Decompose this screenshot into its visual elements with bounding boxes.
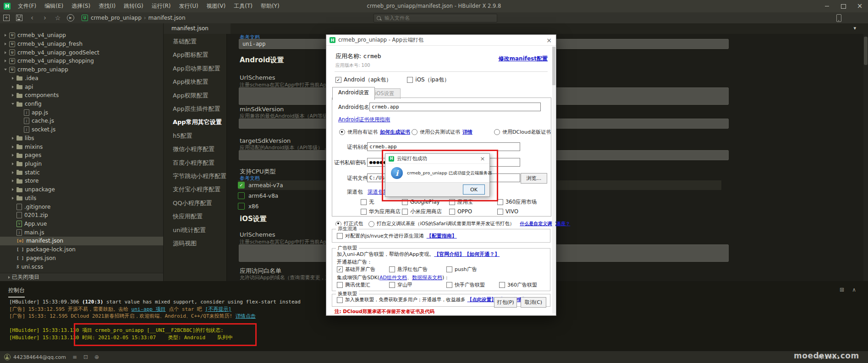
manifest-nav-11[interactable]: 支付宝小程序配置 <box>173 183 225 196</box>
channel-checkbox-OPPO[interactable]: OPPO <box>449 208 472 215</box>
dialog-close-icon[interactable]: × <box>542 35 556 45</box>
channel-checkbox-VIVO[interactable]: VIVO <box>497 208 518 215</box>
window-icon[interactable]: ⊡ <box>83 354 88 360</box>
package-name-input[interactable] <box>369 103 541 111</box>
cpu-checkbox-arm64-v8a[interactable]: arm64-v8a <box>238 192 278 199</box>
tree-item-static[interactable]: static <box>0 168 163 177</box>
tree-item-crmeb_v4_uniapp_goodSelect[interactable]: Ucrmeb_v4_uniapp_goodSelect <box>0 48 163 57</box>
menu-item-3[interactable]: 查找(I) <box>94 1 120 11</box>
manifest-nav-14[interactable]: uni统计配置 <box>173 223 225 237</box>
manifest-nav-3[interactable]: App模块配置 <box>173 75 225 88</box>
tree-item-api[interactable]: api <box>0 82 163 91</box>
tree-item-store[interactable]: store <box>0 177 163 185</box>
manifest-nav-12[interactable]: QQ小程序配置 <box>173 196 225 210</box>
manifest-nav-0[interactable]: 基础配置 <box>173 35 225 48</box>
channel-checkbox-华为应用商店[interactable]: 华为应用商店 <box>361 208 401 215</box>
ad-checkbox-push广告[interactable]: push广告 <box>446 266 477 273</box>
tree-item-crmeb_v4_uniapp[interactable]: Ucrmeb_v4_uniapp <box>0 31 163 40</box>
manifest-nav-7[interactable]: h5配置 <box>173 129 225 142</box>
close-button[interactable]: × <box>852 0 868 12</box>
tree-item-components[interactable]: components <box>0 91 163 100</box>
tree-item-pages.json[interactable]: [ ]pages.json <box>0 254 163 262</box>
ad-checkbox-360广告联盟[interactable]: 360广告联盟 <box>499 282 537 288</box>
tree-item-0201.zip[interactable]: 0201.zip <box>0 211 163 220</box>
search-input[interactable] <box>384 15 477 22</box>
tree-item-main.js[interactable]: Jmain.js <box>0 228 163 237</box>
manifest-nav-15[interactable]: 源码视图 <box>173 237 225 250</box>
channel-checkbox-GooglePlay[interactable]: GooglePlay <box>402 199 440 205</box>
manifest-nav-10[interactable]: 字节跳动小程序配置 <box>173 169 225 183</box>
closed-projects-row[interactable]: 已关闭项目 <box>0 273 163 281</box>
console-link[interactable]: 详情点击 <box>236 313 256 319</box>
console-link[interactable]: uni-app 项目 <box>132 306 166 312</box>
channel-checkbox-360应用市场[interactable]: 360应用市场 <box>497 199 537 206</box>
manifest-nav-1[interactable]: App图标配置 <box>173 48 225 61</box>
tab-list-caret-icon[interactable]: ▾ <box>853 25 856 31</box>
exchange-union-checkbox[interactable]: 加入换量联盟，免费获取更多用户；开通越早，收益越多 <box>337 297 466 303</box>
scrollbar-thumb[interactable] <box>552 47 555 85</box>
cert-guide-link[interactable]: Android证书使用指南 <box>338 116 390 123</box>
scrollbar-thumb[interactable] <box>864 37 868 65</box>
editor-scrollbar[interactable] <box>863 34 868 281</box>
ad-checkbox-悬浮红包广告[interactable]: 悬浮红包广告 <box>389 266 428 273</box>
ad-checkbox-腾讯优量汇[interactable]: 腾讯优量汇 <box>337 282 370 288</box>
ad-report-doc-link[interactable]: 数据报表文档 <box>412 275 442 281</box>
obfuscation-checkbox[interactable]: 对配置的js/nvue文件进行原生混淆 <box>337 233 424 239</box>
tree-item-package-lock.json[interactable]: [ ]package-lock.json <box>0 245 163 254</box>
tree-item-unpackage[interactable]: unpackage <box>0 185 163 194</box>
menu-item-0[interactable]: 文件(F) <box>14 1 40 11</box>
tab-android-settings[interactable]: Android设置 <box>332 87 375 100</box>
tree-item-uni.scss[interactable]: Suni.scss <box>0 262 163 271</box>
ad-checkbox-基础开屏广告[interactable]: 基础开屏广告 <box>337 266 375 273</box>
edit-manifest-link[interactable]: 修改manifest配置 <box>499 55 548 63</box>
back-button[interactable]: ‹ <box>26 13 38 23</box>
forward-button[interactable]: › <box>38 13 51 23</box>
manifest-nav-5[interactable]: App原生插件配置 <box>173 102 225 115</box>
ad-checkbox-穿山甲[interactable]: 穿山甲 <box>389 282 412 288</box>
tree-item-app.js[interactable]: Japp.js <box>0 108 163 117</box>
menu-item-2[interactable]: 选择(S) <box>67 1 94 11</box>
menu-item-6[interactable]: 发行(U) <box>175 1 202 11</box>
channel-checkbox-应用宝[interactable]: 应用宝 <box>449 199 473 206</box>
ad-site-link[interactable]: 【官网介绍】 <box>434 251 464 257</box>
run-button[interactable]: ▶ <box>64 13 77 23</box>
file-search-box[interactable] <box>374 14 497 22</box>
cert-alias-input[interactable] <box>367 142 520 151</box>
cert-radio-2[interactable]: 使用DCloud老版证书 <box>494 129 551 135</box>
tree-item-pages[interactable]: pages <box>0 151 163 160</box>
ad-component-doc-link[interactable]: AD组件文档 <box>379 275 407 281</box>
manifest-nav-9[interactable]: 百度小程序配置 <box>173 156 225 169</box>
custom-base-link[interactable]: 什么是自定义调试基座？ <box>520 221 570 227</box>
cancel-button[interactable]: 取消(C) <box>521 297 546 308</box>
tree-item-.idea[interactable]: .idea <box>0 74 163 83</box>
globe-icon[interactable]: ⊕ <box>94 354 99 360</box>
tree-item-crmeb_pro_uniapp[interactable]: Ucrmeb_pro_uniapp <box>0 65 163 74</box>
minimize-button[interactable] <box>819 0 835 12</box>
dialog-scrollbar[interactable] <box>552 47 555 314</box>
tree-item-config[interactable]: config <box>0 100 163 108</box>
save-button[interactable] <box>13 13 26 23</box>
cert-radio-1[interactable]: 使用公共测试证书 <box>412 129 460 135</box>
cpu-checkbox-armeabi-v7a[interactable]: armeabi-v7a <box>238 182 283 189</box>
open-log-icon[interactable]: ⊞ <box>840 287 844 293</box>
tree-item-App.vue[interactable]: VApp.vue <box>0 220 163 228</box>
menu-item-9[interactable]: 帮助(Y) <box>257 1 284 11</box>
device-preview-icon[interactable] <box>836 14 841 22</box>
ok-button[interactable]: OK <box>463 184 485 195</box>
tab-manifest-json[interactable]: manifest.json <box>164 23 231 34</box>
breadcrumb-file[interactable]: manifest.json <box>148 15 186 21</box>
platform-checkbox-0[interactable]: Android（apk包） <box>335 76 391 84</box>
manifest-nav-2[interactable]: App启动界面配置 <box>173 62 225 75</box>
manifest-nav-8[interactable]: 微信小程序配置 <box>173 142 225 156</box>
tree-item-libs[interactable]: libs <box>0 134 163 143</box>
platform-checkbox-1[interactable]: iOS（ipa包） <box>407 76 450 84</box>
collapse-console-icon[interactable]: ∧ <box>852 287 856 293</box>
tree-item-.gitignore[interactable]: .gitignore <box>0 202 163 211</box>
package-button[interactable]: 打包(P) <box>494 297 517 308</box>
manifest-nav-4[interactable]: App权限配置 <box>173 89 225 102</box>
console-link[interactable]: [不再提示] <box>205 306 231 312</box>
ad-howto-link[interactable]: 【如何开通？】 <box>464 251 500 257</box>
cert-radio-link-1[interactable]: 详情 <box>462 129 472 135</box>
manifest-nav-13[interactable]: 快应用配置 <box>173 210 225 223</box>
cpu-checkbox-x86[interactable]: x86 <box>238 203 258 210</box>
